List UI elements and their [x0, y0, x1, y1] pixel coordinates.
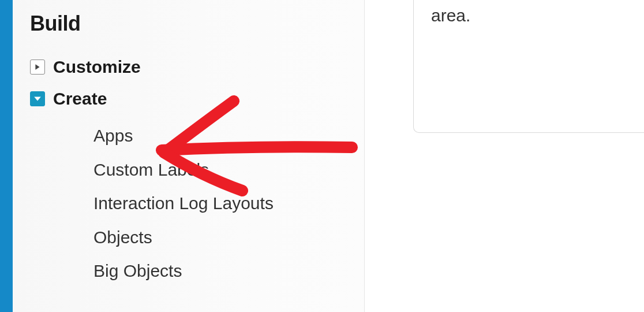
sidebar-item-label: Create [53, 87, 107, 110]
chevron-down-icon [30, 91, 45, 106]
content-card: area. [413, 0, 644, 133]
svg-marker-0 [35, 64, 39, 70]
svg-marker-1 [34, 96, 41, 101]
content-text-fragment: area. [431, 6, 470, 25]
setup-sidebar: Build Customize Create Apps Custom Label… [13, 0, 365, 312]
sidebar-subitem-objects[interactable]: Objects [93, 221, 347, 255]
sidebar-subitem-apps[interactable]: Apps [93, 119, 347, 153]
sidebar-item-create[interactable]: Create [30, 87, 347, 110]
sidebar-subitem-big-objects[interactable]: Big Objects [93, 254, 347, 288]
chevron-right-icon [30, 60, 45, 75]
create-submenu: Apps Custom Labels Interaction Log Layou… [93, 119, 347, 288]
sidebar-item-label: Customize [53, 55, 141, 78]
sidebar-section-title: Build [30, 12, 347, 36]
sidebar-subitem-interaction-log-layouts[interactable]: Interaction Log Layouts [93, 187, 347, 221]
sidebar-subitem-custom-labels[interactable]: Custom Labels [93, 153, 347, 187]
app-accent-stripe [0, 0, 13, 312]
sidebar-item-customize[interactable]: Customize [30, 55, 347, 78]
